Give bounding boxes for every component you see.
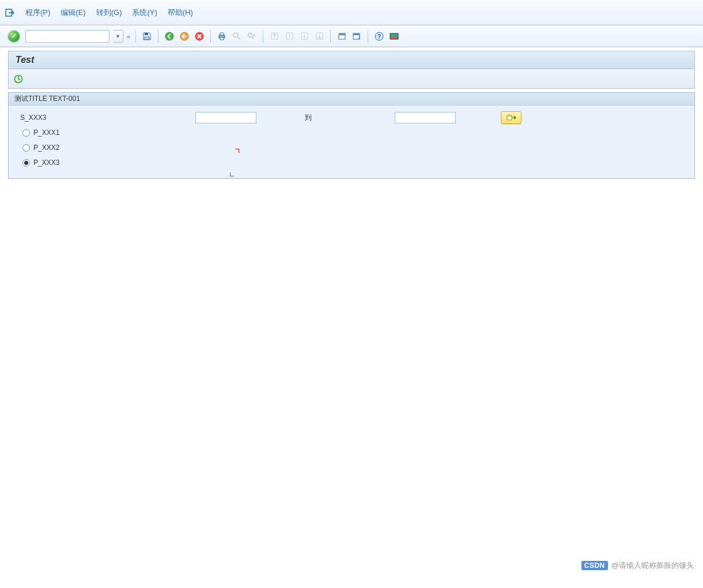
radio-label: P_XXX1 [33,129,59,137]
radio-row-P_XXX3: P_XXX3 [14,155,689,170]
radio-row-P_XXX1: P_XXX1 [14,125,689,140]
enter-button[interactable] [8,31,20,42]
radio-label: P_XXX2 [33,144,59,152]
radio-P_XXX1[interactable] [22,129,30,137]
execute-icon[interactable] [13,74,24,84]
toolbar-separator [330,30,331,43]
s-field-low-input[interactable] [195,112,256,123]
command-field[interactable] [25,30,109,43]
collapse-toolbar-icon[interactable]: « [127,33,130,40]
toolbar-separator [210,30,211,43]
prev-page-icon [284,31,295,42]
menu-bar: 程序(P) 编辑(E) 转到(G) 系统(Y) 帮助(H) [0,0,703,25]
toolbar-separator [368,30,368,43]
next-page-icon [298,31,310,42]
radio-P_XXX3[interactable] [22,159,30,167]
menu-program[interactable]: 程序(P) [25,7,50,18]
svg-text:?: ? [377,33,381,40]
svg-rect-8 [220,37,224,40]
toolbar-separator [263,30,263,43]
selection-frame: 测试TITLE TEXT-001 S_XXX3 到 P_XXX1P_XXX2P_… [8,92,695,179]
s-field-high-input[interactable] [395,112,456,123]
svg-rect-19 [391,37,398,39]
svg-rect-2 [145,37,149,39]
save-icon[interactable] [141,31,153,42]
cancel-icon[interactable] [194,31,205,42]
selection-frame-title: 测试TITLE TEXT-001 [9,93,694,105]
svg-rect-18 [391,34,398,37]
menu-exit-icon[interactable] [5,7,15,18]
svg-point-3 [165,32,173,40]
find-icon [231,31,243,42]
radio-P_XXX2[interactable] [22,144,30,152]
svg-point-9 [233,33,238,37]
radio-label: P_XXX3 [33,159,59,167]
find-next-icon [246,31,258,42]
page-title: Test [8,51,695,69]
create-shortcut-icon[interactable] [351,31,362,42]
radio-row-P_XXX2: P_XXX2 [14,140,689,155]
s-field-label: S_XXX3 [14,114,195,122]
layout-icon[interactable] [388,31,400,42]
help-icon[interactable]: ? [373,31,385,42]
menu-help[interactable]: 帮助(H) [168,7,193,18]
toolbar-separator [158,30,158,43]
watermark-text: @请输入昵称膨胀的馒头 [611,560,694,571]
standard-toolbar: « ? [0,25,703,47]
to-label: 到 [256,113,395,123]
multiple-selection-button[interactable] [501,111,521,124]
command-dropdown[interactable] [113,30,123,43]
first-page-icon [269,31,280,42]
new-session-icon[interactable] [336,31,347,42]
application-toolbar [8,69,695,89]
back-icon[interactable] [164,31,175,42]
exit-icon[interactable] [179,31,190,42]
svg-rect-14 [353,33,360,35]
select-option-row: S_XXX3 到 [14,110,689,125]
svg-rect-1 [145,33,148,35]
toolbar-separator [135,30,136,43]
menu-edit[interactable]: 编辑(E) [61,7,85,18]
print-icon[interactable] [216,31,228,42]
menu-system[interactable]: 系统(Y) [132,7,157,18]
cursor-focus-indicator [230,156,239,169]
watermark-logo: CSDN [581,561,608,570]
svg-rect-7 [220,33,224,35]
watermark: CSDN @请输入昵称膨胀的馒头 [581,560,694,571]
last-page-icon [313,31,325,42]
menu-goto[interactable]: 转到(G) [96,7,122,18]
svg-point-10 [248,33,252,37]
